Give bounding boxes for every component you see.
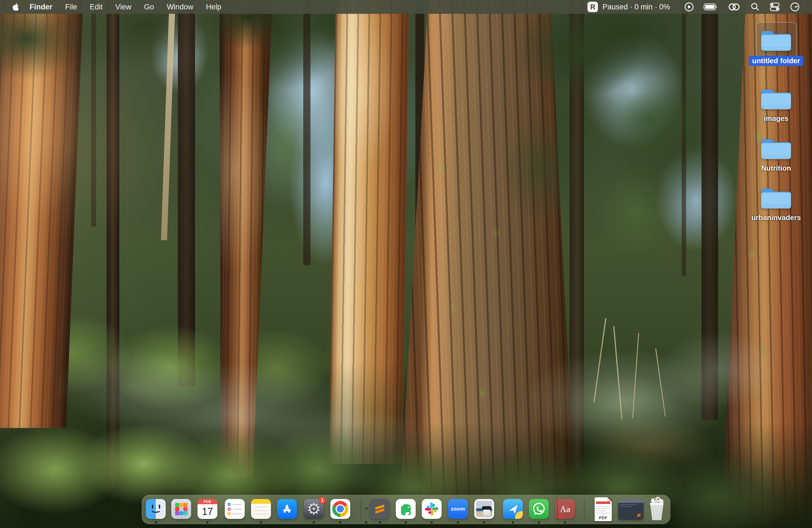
menu-app-name[interactable]: Finder	[23, 0, 59, 14]
running-dot-notes	[260, 522, 262, 524]
dock-separator	[360, 499, 361, 520]
menu-bar: Finder File Edit View Go Window Help R P…	[0, 0, 812, 14]
calendar-day: 17	[198, 504, 217, 519]
dock-launchpad[interactable]	[171, 499, 191, 519]
folder-icon	[759, 186, 793, 211]
running-dot-calendar	[206, 522, 208, 524]
folder-label[interactable]: urbaninvaders	[751, 214, 801, 222]
gear-icon: ⚙	[307, 501, 321, 517]
dictionary-ribbon	[559, 516, 562, 519]
app-store-a-icon	[280, 502, 294, 516]
window-titlebar	[618, 499, 643, 503]
running-dot-whatsapp	[538, 522, 540, 524]
chrome-logo-icon	[332, 501, 348, 517]
slack-logo-icon	[422, 499, 441, 519]
dock-system-settings[interactable]: ⚙ 1	[304, 499, 324, 519]
trash-basket-icon	[648, 497, 666, 521]
folder-label[interactable]: images	[764, 114, 788, 123]
menu-go[interactable]: Go	[138, 0, 160, 14]
dock-notes[interactable]	[251, 499, 271, 519]
dock-chrome[interactable]	[330, 499, 350, 519]
dock-whatsapp[interactable]	[529, 499, 549, 519]
dock-reminders[interactable]	[225, 499, 245, 519]
finder-smile	[150, 506, 161, 513]
running-dot-finder	[155, 522, 157, 524]
folder-icon	[759, 137, 793, 161]
menu-view[interactable]: View	[109, 0, 138, 14]
running-dot-dictionary	[564, 522, 566, 524]
dock-finder[interactable]	[146, 499, 166, 519]
folder-label[interactable]: untitled folder	[749, 56, 803, 66]
folder-icon	[759, 87, 793, 112]
desktop-folder-nutrition[interactable]: Nutrition	[754, 137, 798, 173]
dock-mini-item[interactable]	[365, 508, 367, 510]
dock-minimized-window[interactable]	[618, 499, 643, 520]
calendar-month: FEB	[198, 499, 217, 504]
dock-zoom[interactable]: zoom	[448, 499, 468, 519]
whatsapp-bubble-icon	[532, 501, 546, 516]
dock-slack[interactable]	[422, 499, 441, 519]
dock: FEB 17 ⚙ 1	[142, 495, 670, 524]
dock-dictionary[interactable]: Aa	[555, 499, 575, 519]
battery-icon[interactable]	[699, 0, 723, 14]
sublime-s-icon	[373, 502, 387, 516]
menu-file[interactable]: File	[59, 0, 84, 14]
running-dot-chrome	[339, 522, 342, 524]
dock-evernote[interactable]	[396, 499, 416, 519]
running-dot-evernote	[405, 522, 407, 524]
desktop-folder-images[interactable]: images	[754, 87, 798, 123]
control-center-icon[interactable]	[765, 0, 785, 14]
page-fold	[607, 497, 612, 502]
running-dot-sublime	[379, 522, 381, 524]
menu-window[interactable]: Window	[160, 0, 200, 14]
menu-help[interactable]: Help	[200, 0, 228, 14]
dock-preview[interactable]	[474, 499, 494, 519]
pdf-label: PDF	[595, 516, 612, 520]
dictionary-aa-text: Aa	[560, 504, 570, 514]
pdf-red-band	[596, 501, 610, 504]
dock-sublime-text[interactable]	[370, 499, 390, 519]
zoom-wordmark: zoom	[451, 506, 465, 512]
running-dot-slack	[431, 522, 433, 524]
dock-separator	[584, 499, 585, 520]
spotlight-search-icon[interactable]	[746, 0, 765, 14]
desktop-folder-untitled[interactable]: untitled folder	[754, 29, 798, 66]
r-app-menu-extra[interactable]: R	[588, 2, 598, 12]
folder-label[interactable]: Nutrition	[761, 164, 791, 173]
running-dot-settings	[313, 522, 315, 524]
preview-loupe-icon	[482, 506, 491, 510]
menu-edit[interactable]: Edit	[83, 0, 109, 14]
apple-menu[interactable]	[8, 0, 23, 14]
timer-status-text[interactable]: Paused · 0 min · 0%	[603, 3, 670, 11]
desktop-folder-urbaninvaders[interactable]: urbaninvaders	[754, 186, 798, 222]
running-dot-preview	[483, 522, 485, 524]
sublime-badge-icon	[635, 512, 642, 519]
evernote-elephant-icon	[398, 501, 413, 516]
clock-icon[interactable]	[785, 0, 805, 14]
running-dot-spark	[512, 522, 514, 524]
running-dot-zoom	[457, 522, 459, 524]
notification-badge: 1	[319, 497, 326, 504]
macos-desktop: Finder File Edit View Go Window Help R P…	[0, 0, 812, 528]
dock-app-store[interactable]	[277, 499, 297, 519]
play-icon[interactable]	[679, 0, 699, 14]
dock-downloads-pdf[interactable]: PDF	[595, 497, 612, 521]
link-icon[interactable]	[723, 0, 746, 14]
wallpaper-vignette	[0, 0, 812, 528]
dock-spark[interactable]	[503, 499, 523, 519]
apple-logo-icon	[12, 2, 19, 12]
running-dot-mini	[365, 522, 367, 524]
dock-calendar[interactable]: FEB 17	[198, 499, 217, 519]
dock-trash[interactable]	[648, 497, 666, 521]
folder-icon	[759, 29, 793, 53]
